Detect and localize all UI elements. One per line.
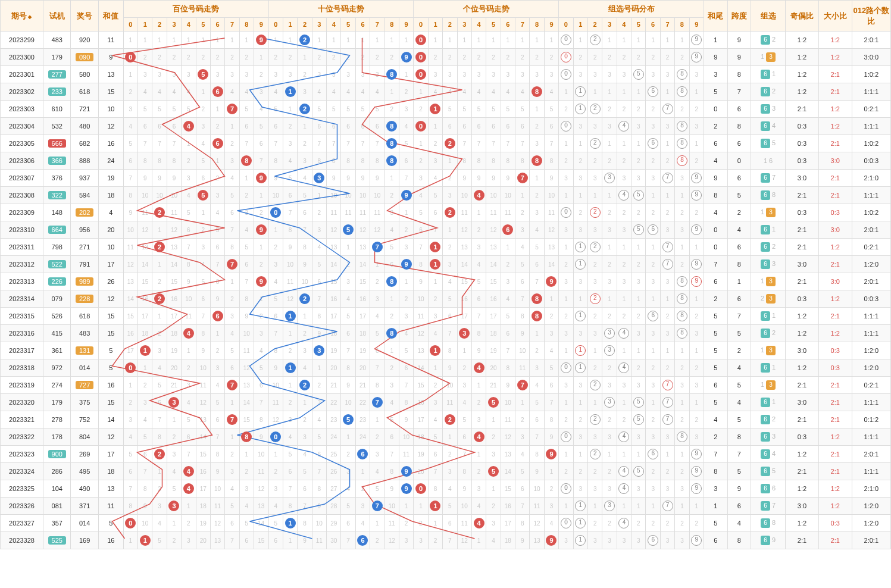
tens-ball: 8 [384,325,399,342]
tens-miss: 1 [327,32,341,49]
combo-cell: 3 [660,532,674,549]
bigsmall-cell: 2:1 [818,170,852,187]
tens-miss: 9 [341,170,355,187]
tens-miss: 7 [298,221,312,239]
combo-cell: 1 [631,83,646,101]
tens-miss: 8 [355,152,370,170]
test-cell: 526 [43,308,70,325]
bigsmall-cell: 2:1 [818,446,852,463]
hundreds-miss: 4 [182,394,196,411]
bigsmall-cell: 2:1 [818,187,852,204]
col-award[interactable]: 奖号 [71,1,98,32]
route012-cell: 1:2:0 [852,256,890,273]
tens-ball: 2 [298,377,312,394]
hundreds-miss: 2 [239,49,254,66]
combo-cell: 2 [573,49,587,66]
hundreds-miss: 5 [239,515,254,532]
combo-cell: 3 [559,221,573,239]
combo-cell: 3 [660,325,674,342]
hundreds-ball: 4 [182,325,196,342]
hundreds-miss: 2 [239,187,254,204]
tens-miss: 7 [341,342,355,359]
combo-cell: 1 [631,239,646,256]
oddeven-cell: 3:0 [786,170,819,187]
hundreds-miss: 7 [182,239,196,256]
route012-cell: 1:1:1 [852,394,890,411]
tens-miss: 4 [384,221,399,239]
test-cell: 361 [43,342,70,359]
period-cell: 2023313 [1,273,43,290]
combo-cell: 3 [631,480,646,498]
sum-cell: 19 [98,170,123,187]
tens-miss: 4 [268,498,283,515]
span-cell: 8 [727,256,751,273]
hundreds-miss: 7 [225,221,239,239]
ones-miss: 5 [457,101,471,118]
ones-miss: 1 [486,32,501,49]
col-span[interactable]: 跨度 [727,1,751,32]
ones-miss: 2 [515,49,530,66]
col-sum[interactable]: 和值 [98,1,123,32]
ones-miss: 3 [515,66,530,83]
span-cell: 5 [727,463,751,480]
ones-miss: 18 [501,532,515,549]
hundreds-ball: 9 [254,32,268,49]
hundreds-miss: 6 [225,204,239,221]
ones-miss: 6 [428,204,442,221]
test-cell: 079 [43,290,70,308]
combo-cell: 2 [631,359,646,377]
hundreds-miss: 5 [138,429,152,446]
ones-miss: 11 [457,204,471,221]
route012-cell: 0:2:1 [852,101,890,118]
tens-ball: 8 [384,152,399,170]
tens-ball: 9 [399,256,413,273]
period-cell: 2023307 [1,170,43,187]
period-cell: 2023304 [1,118,43,135]
ones-miss: 2 [544,308,558,325]
hundreds-miss: 12 [196,394,210,411]
ones-miss: 1 [501,32,515,49]
tens-miss: 10 [355,187,370,204]
ones-miss: 7 [501,135,515,152]
award-cell: 375 [71,394,98,411]
tens-miss: 2 [298,325,312,342]
ones-miss: 9 [471,342,486,359]
combo-cell: 2 [675,204,689,221]
test-cell: 322 [43,187,70,204]
tens-miss: 6 [355,118,370,135]
hundreds-miss: 5 [196,273,210,290]
oddeven-cell: 1:2 [786,480,819,498]
ones-miss: 3 [530,66,544,83]
combo-cell: 3 [573,170,587,187]
period-cell: 2023316 [1,325,43,342]
tens-miss: 2 [341,49,355,66]
route012-cell: 0:2:1 [852,377,890,394]
ones-miss: 3 [486,66,501,83]
period-cell: 2023305 [1,135,43,152]
ones-miss: 12 [530,515,544,532]
ones-miss: 8 [501,152,515,170]
combo-cell: 1 [559,83,573,101]
ones-miss: 6 [530,256,544,273]
col-oddeven[interactable]: 奇偶比 [786,1,819,32]
zuxuan-cell: 1 3 [751,49,786,66]
col-zuxuan[interactable]: 组选 [751,1,786,32]
col-test[interactable]: 试机 [43,1,70,32]
col-period[interactable]: 期号 [1,1,43,32]
tens-miss: 3 [298,429,312,446]
hundreds-miss: 1 [254,290,268,308]
col-bigsmall[interactable]: 大小比 [818,1,852,32]
ones-miss: 14 [501,463,515,480]
sum-cell: 5 [98,342,123,359]
col-sumtail[interactable]: 和尾 [704,1,727,32]
sum-cell: 15 [98,325,123,342]
col-route012[interactable]: 012路个数比 [852,1,890,32]
hundreds-miss: 5 [182,204,196,221]
ones-miss: 7 [428,463,442,480]
tens-miss: 4 [384,394,399,411]
zuxuan-cell: 6 4 [751,446,786,463]
tens-ball: 5 [341,411,355,429]
tens-ball: 9 [399,49,413,66]
ones-miss: 3 [501,66,515,83]
tens-miss: 2 [268,49,283,66]
